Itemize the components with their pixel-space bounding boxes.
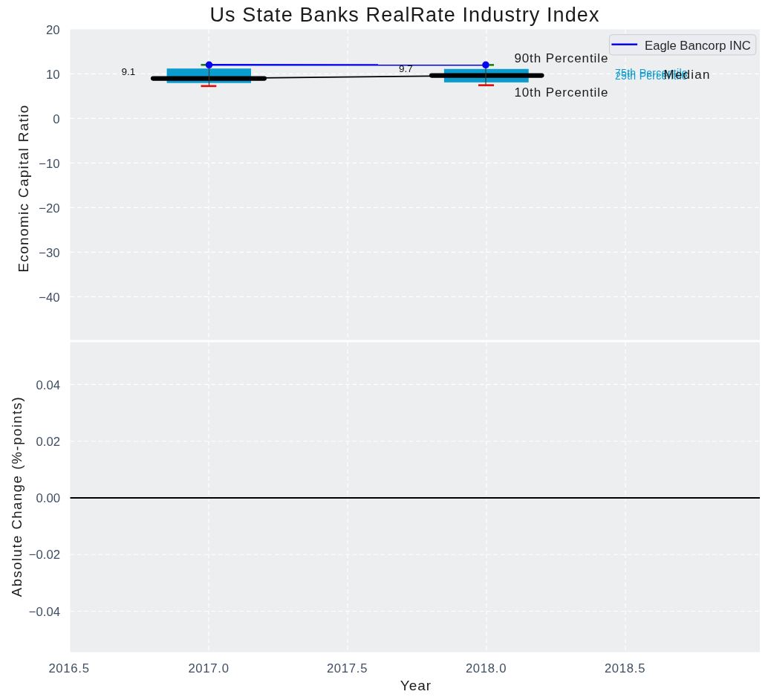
svg-text:−20: −20 xyxy=(39,201,59,215)
svg-text:10: 10 xyxy=(46,68,60,82)
svg-text:2018.5: 2018.5 xyxy=(605,661,645,675)
svg-text:Eagle Bancorp INC: Eagle Bancorp INC xyxy=(645,39,751,53)
svg-text:2016.5: 2016.5 xyxy=(48,661,89,675)
svg-text:Median: Median xyxy=(664,68,711,82)
svg-text:Absolute Change (%-points): Absolute Change (%-points) xyxy=(9,396,25,597)
svg-text:0.00: 0.00 xyxy=(36,491,60,505)
svg-text:−10: −10 xyxy=(39,157,59,171)
svg-text:0.04: 0.04 xyxy=(36,378,60,392)
svg-text:10th Percentile: 10th Percentile xyxy=(514,85,608,100)
svg-text:2017.0: 2017.0 xyxy=(188,661,229,675)
svg-text:9.1: 9.1 xyxy=(122,66,136,77)
svg-text:−0.02: −0.02 xyxy=(29,548,60,562)
svg-text:20: 20 xyxy=(46,23,60,37)
svg-text:2018.0: 2018.0 xyxy=(466,661,507,675)
svg-text:−0.04: −0.04 xyxy=(29,605,60,619)
svg-text:0: 0 xyxy=(53,112,59,126)
svg-text:Us State Banks RealRate Indust: Us State Banks RealRate Industry Index xyxy=(209,4,599,26)
svg-text:−30: −30 xyxy=(39,246,59,260)
svg-text:0.02: 0.02 xyxy=(36,435,60,449)
svg-text:9.7: 9.7 xyxy=(399,63,413,74)
svg-text:2017.5: 2017.5 xyxy=(327,661,368,675)
svg-text:−40: −40 xyxy=(39,291,59,305)
svg-text:90th Percentile: 90th Percentile xyxy=(514,51,608,65)
svg-text:Year: Year xyxy=(400,678,432,693)
svg-text:Economic Capital Ratio: Economic Capital Ratio xyxy=(16,104,31,272)
